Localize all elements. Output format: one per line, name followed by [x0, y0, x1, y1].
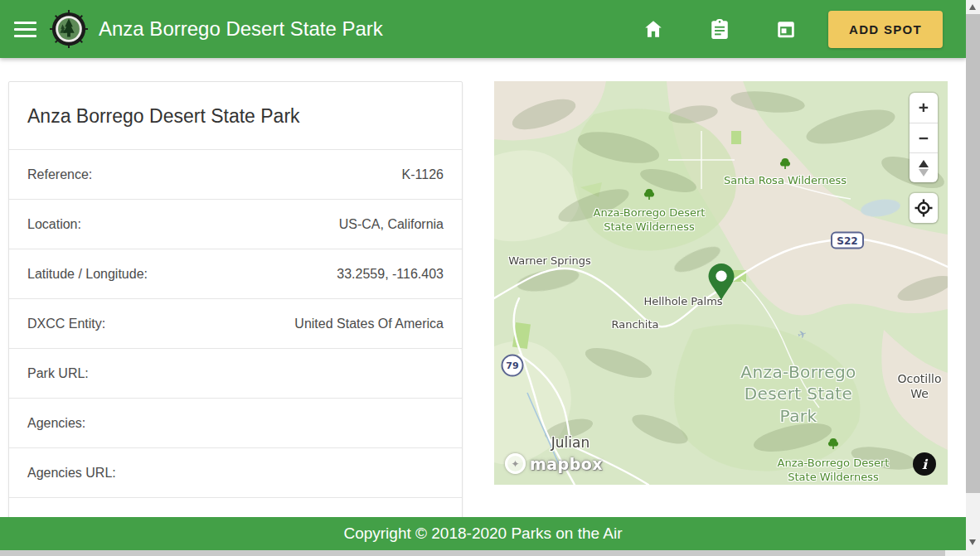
map-label-anza-borrego-desert-state-park: Anza-Borrego Desert State Park: [724, 361, 873, 427]
row-label: DXCC Entity:: [27, 317, 105, 331]
pitch-toggle-button[interactable]: [910, 152, 938, 182]
pitch-up-icon: [919, 160, 929, 167]
zoom-in-button[interactable]: +: [910, 93, 938, 123]
row-label: Location:: [27, 217, 81, 232]
park-row-latlong: Latitude / Longitude: 33.2559, -116.403: [9, 249, 462, 298]
map-zoom-controls: + −: [910, 93, 938, 182]
row-value: K-1126: [402, 167, 444, 182]
map-label-julian: Julian: [551, 433, 589, 452]
mapbox-pinwheel-icon: ✦: [505, 453, 526, 474]
tree-icon: [827, 438, 840, 451]
horizontal-scrollbar[interactable]: [0, 550, 980, 556]
geolocate-icon: [915, 199, 933, 217]
app-footer: Copyright © 2018-2020 Parks on the Air: [0, 517, 966, 550]
row-label: Agencies:: [27, 416, 85, 431]
row-label: Reference:: [27, 167, 92, 182]
park-row-agencies-url: Agencies URL:: [9, 447, 462, 497]
pitch-down-icon: [919, 169, 929, 176]
park-card-title: Anza Borrego Desert State Park: [9, 82, 462, 149]
mapbox-logo[interactable]: ✦ mapbox: [505, 453, 603, 474]
park-row-reference: Reference: K-1126: [9, 149, 462, 199]
copyright-text: Copyright © 2018-2020 Parks on the Air: [343, 525, 622, 543]
hamburger-menu-icon[interactable]: [8, 11, 45, 47]
map-label-warner-springs: Warner Springs: [508, 254, 591, 268]
row-value: United States Of America: [294, 317, 444, 331]
mapbox-wordmark: mapbox: [530, 455, 603, 473]
zoom-out-button[interactable]: −: [910, 123, 938, 152]
row-label: Park URL:: [27, 366, 89, 381]
route-shield-s22: S22: [831, 232, 864, 249]
app-window: Anza Borrego Desert State Park ADD SPOT: [0, 0, 980, 556]
park-location-pin[interactable]: [707, 263, 735, 301]
park-row-dxcc: DXCC Entity: United States Of America: [9, 298, 462, 348]
row-label: Latitude / Longitude:: [27, 267, 148, 282]
header-nav: [643, 18, 797, 40]
clipboard-icon[interactable]: [709, 18, 730, 40]
park-row-park-url: Park URL:: [9, 348, 462, 398]
page-title: Anza Borrego Desert State Park: [99, 17, 383, 41]
route-shield-79: 79: [502, 355, 524, 377]
row-label: Agencies URL:: [27, 466, 116, 481]
add-spot-button[interactable]: ADD SPOT: [828, 11, 943, 48]
scroll-up-arrow-icon[interactable]: [969, 4, 976, 10]
home-icon[interactable]: [643, 18, 664, 40]
app-header: Anza Borrego Desert State Park ADD SPOT: [0, 0, 966, 58]
scroll-down-arrow-icon[interactable]: [969, 539, 976, 545]
row-value: 33.2559, -116.403: [337, 267, 444, 282]
map-label-abd-state-wilderness-bottom: Anza-Borrego Desert State Wilderness: [778, 456, 890, 484]
geolocate-button[interactable]: [910, 193, 938, 223]
vertical-scrollbar-thumb[interactable]: [966, 14, 980, 493]
map-canvas[interactable]: Santa Rosa Wilderness Anza-Borrego Deser…: [494, 81, 948, 485]
park-row-location: Location: US-CA, California: [9, 199, 462, 249]
row-value: US-CA, California: [339, 217, 444, 232]
tree-icon: [779, 157, 792, 171]
vertical-scrollbar[interactable]: [966, 0, 980, 550]
map-label-abd-state-wilderness-top: Anza-Borrego Desert State Wilderness: [594, 205, 706, 234]
map-label-ranchita: Ranchita: [611, 317, 658, 331]
tree-icon: [643, 188, 656, 201]
geolocate-control: [910, 193, 938, 223]
horizontal-scrollbar-thumb[interactable]: [0, 550, 945, 556]
map-label-ocotillo-wells: Ocotillo We: [897, 371, 941, 402]
attribution-info-button[interactable]: i: [913, 452, 936, 476]
park-info-card: Anza Borrego Desert State Park Reference…: [8, 81, 463, 548]
pota-logo: [50, 10, 88, 48]
map-label-santa-rosa-wilderness: Santa Rosa Wilderness: [724, 173, 847, 187]
park-row-agencies: Agencies:: [9, 398, 462, 447]
calendar-icon[interactable]: [775, 18, 797, 40]
